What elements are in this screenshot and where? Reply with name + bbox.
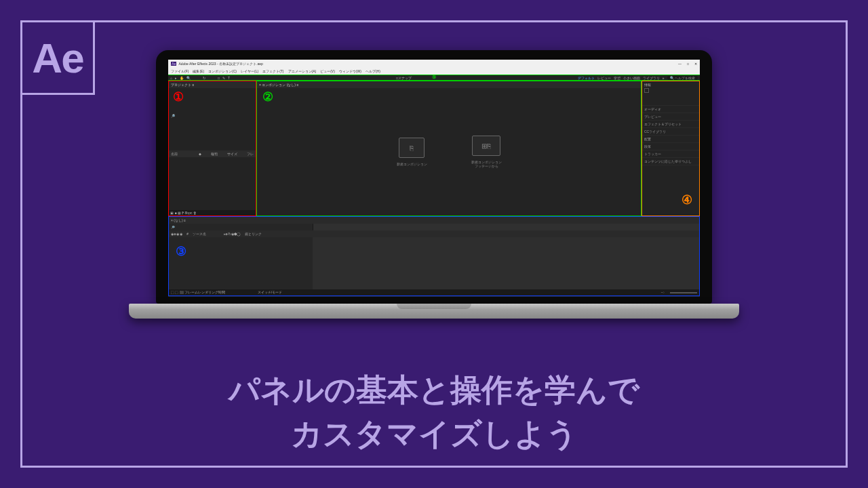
callout-4: ④ <box>682 192 692 207</box>
type-tool-icon[interactable]: T <box>228 76 230 80</box>
col-size[interactable]: サイズ <box>227 152 237 156</box>
timeline-footer-mode[interactable]: スイッチ/モード <box>258 291 282 294</box>
composition-panel[interactable]: × コンポジション (なし) ≡ ② ⎘ 新規コンポジション ⊞⎘ 新規コンポジ… <box>256 81 642 216</box>
layer-switches-icons[interactable]: ◉◈◉ ◉ <box>171 232 182 236</box>
menu-effect[interactable]: エフェクト(T) <box>262 69 283 73</box>
rect-tool-icon[interactable]: □ <box>218 76 220 80</box>
main-panels-row: プロジェクト ≡ ① 🔎 名前 ◆ 種類 サイズ フレ ▣ ■ ▦ ⁋ 8bpc… <box>168 81 700 216</box>
timeline-track-area[interactable] <box>313 237 699 289</box>
timeline-footer: ⬚ ⬚ ⬛ フレームレンダリング時間 スイッチ/モード −○ <box>169 289 699 296</box>
col-source[interactable]: ソース名 <box>193 232 206 236</box>
timeline-body: ③ <box>169 237 699 289</box>
panel-tracker[interactable]: トラッカー <box>642 150 699 158</box>
callout-2: ② <box>262 89 273 104</box>
timeline-footer-left[interactable]: ⬚ ⬚ ⬛ フレームレンダリング時間 <box>171 291 225 294</box>
timeline-column-header: ◉◈◉ ◉ # ソース名 ♦◈\↻◉⬢◯ 親とリンク <box>169 230 699 237</box>
pen-tool-icon[interactable]: ✎ <box>222 76 225 80</box>
tools-toolbar: ⑤ ⌂ ▸ ✋ 🔍 ↻ □ ✎ T □スナップ デフォルト レビュー 学習 小さ… <box>168 75 700 81</box>
menu-file[interactable]: ファイル(F) <box>171 69 189 73</box>
slide-title: パネルの基本と操作を学んで カスタマイズしよう <box>229 368 639 455</box>
menu-layer[interactable]: レイヤー(L) <box>241 69 258 73</box>
window-titlebar[interactable]: Ae Adobe After Effects 2023 - 名称未設定プロジェク… <box>168 60 700 68</box>
project-panel-tab[interactable]: プロジェクト ≡ <box>169 81 256 88</box>
composition-panel-tab[interactable]: × コンポジション (なし) ≡ <box>257 81 641 88</box>
home-icon[interactable]: ⌂ <box>170 76 172 80</box>
close-icon[interactable]: ✕ <box>694 62 697 66</box>
col-name[interactable]: 名前 <box>171 152 178 156</box>
project-footer-icons[interactable]: ▣ ■ ▦ ⁋ 8bpc 🗑 <box>169 210 256 216</box>
col-switches[interactable]: ♦◈\↻◉⬢◯ <box>224 232 241 236</box>
new-comp-footage-icon: ⊞⎘ <box>472 136 500 156</box>
menu-edit[interactable]: 編集(E) <box>193 69 204 73</box>
timeline-zoom-out-icon[interactable]: −○ <box>661 291 665 294</box>
help-search-input[interactable]: 🔍 ヘルプを検索 <box>667 76 698 80</box>
title-line-2: カスタマイズしよう <box>229 412 639 455</box>
panel-effects-presets[interactable]: エフェクト＆プリセット <box>642 121 699 128</box>
panel-paragraph[interactable]: 段落 <box>642 143 699 150</box>
menu-help[interactable]: ヘルプ(H) <box>366 69 380 73</box>
ae-logo-box: Ae <box>20 20 95 95</box>
new-composition-button[interactable]: ⎘ 新規コンポジション <box>384 138 439 166</box>
workspace-small[interactable]: 小さい画面 <box>623 76 640 80</box>
zoom-tool-icon[interactable]: 🔍 <box>186 76 191 80</box>
col-idx[interactable]: # <box>186 232 189 236</box>
title-line-1: パネルの基本と操作を学んで <box>229 368 639 411</box>
menu-view[interactable]: ビュー(V) <box>320 69 335 73</box>
window-title: Adobe After Effects 2023 - 名称未設定プロジェクト.a… <box>178 62 262 66</box>
hand-tool-icon[interactable]: ✋ <box>180 76 184 80</box>
timeline-panel-tab[interactable]: × (なし) ≡ <box>169 217 699 224</box>
project-columns-header: 名前 ◆ 種類 サイズ フレ <box>169 150 256 157</box>
workspace-default[interactable]: デフォルト <box>578 76 595 80</box>
workspace-review[interactable]: レビュー <box>597 76 611 80</box>
menu-animation[interactable]: アニメーション(A) <box>288 69 317 73</box>
col-type-icon[interactable]: ◆ <box>199 152 201 156</box>
snap-checkbox[interactable]: □スナップ <box>396 76 412 80</box>
rotate-tool-icon[interactable]: ↻ <box>203 76 205 80</box>
project-search-icon[interactable]: 🔎 <box>171 114 175 118</box>
laptop-bezel: Ae Adobe After Effects 2023 - 名称未設定プロジェク… <box>156 50 712 304</box>
laptop-mockup: Ae Adobe After Effects 2023 - 名称未設定プロジェク… <box>156 50 712 319</box>
composition-viewer: ⎘ 新規コンポジション ⊞⎘ 新規コンポジション フッテージから <box>257 88 641 216</box>
info-panel-label: 情報 <box>644 83 651 87</box>
callout-1: ① <box>173 89 184 104</box>
menu-bar: ファイル(F) 編集(E) コンポジション(C) レイヤー(L) エフェクト(T… <box>168 68 700 75</box>
right-side-panels: 情報 オーディオ プレビュー エフェクト＆プリセット CCライブラリ 配置 段落… <box>642 81 700 216</box>
info-panel[interactable]: 情報 <box>642 81 699 106</box>
timeline-ruler[interactable] <box>313 224 699 230</box>
laptop-base <box>129 304 739 319</box>
info-color-swatch <box>644 88 649 93</box>
minimize-icon[interactable]: — <box>678 62 682 66</box>
timeline-ruler-row: 🔎 <box>169 224 699 230</box>
callout-5: ⑤ <box>432 75 436 80</box>
side-panel-list: オーディオ プレビュー エフェクト＆プリセット CCライブラリ 配置 段落 トラ… <box>642 106 699 165</box>
timecode-search-icon[interactable]: 🔎 <box>171 226 175 229</box>
menu-composition[interactable]: コンポジション(C) <box>208 69 237 73</box>
timeline-zoom-slider[interactable] <box>670 292 697 293</box>
selection-tool-icon[interactable]: ▸ <box>175 76 177 80</box>
app-icon: Ae <box>171 62 176 66</box>
ae-logo-text: Ae <box>32 34 83 82</box>
panel-audio[interactable]: オーディオ <box>642 106 699 113</box>
new-comp-icon: ⎘ <box>399 138 425 158</box>
timeline-panel[interactable]: × (なし) ≡ 🔎 ◉◈◉ ◉ # ソース名 ♦◈\↻◉⬢◯ 親とリンク <box>168 216 700 296</box>
col-parent[interactable]: 親とリンク <box>245 232 262 236</box>
col-fr[interactable]: フレ <box>247 152 254 156</box>
new-comp-from-footage-button[interactable]: ⊞⎘ 新規コンポジション フッテージから <box>459 136 513 168</box>
timeline-layer-list[interactable]: ③ <box>169 237 313 289</box>
ae-app-window: Ae Adobe After Effects 2023 - 名称未設定プロジェク… <box>168 60 700 297</box>
new-comp-label: 新規コンポジション <box>384 162 439 166</box>
panel-cc-library[interactable]: CCライブラリ <box>642 128 699 136</box>
timeline-timecode-area[interactable]: 🔎 <box>169 224 313 230</box>
col-type[interactable]: 種類 <box>211 152 218 156</box>
menu-window[interactable]: ウィンドウ(W) <box>339 69 361 73</box>
project-panel[interactable]: プロジェクト ≡ ① 🔎 名前 ◆ 種類 サイズ フレ ▣ ■ ▦ ⁋ 8bpc… <box>168 81 256 216</box>
panel-align[interactable]: 配置 <box>642 136 699 143</box>
workspace-library[interactable]: ライブラリ <box>643 76 660 80</box>
maximize-icon[interactable]: □ <box>687 62 689 66</box>
workspace-learn[interactable]: 学習 <box>614 76 620 80</box>
panel-content-aware-fill[interactable]: コンテンツに応じた塗りつぶし <box>642 158 699 165</box>
new-comp-footage-label: 新規コンポジション フッテージから <box>459 160 513 168</box>
panel-preview[interactable]: プレビュー <box>642 113 699 121</box>
workspace-more-icon[interactable]: » <box>663 76 665 80</box>
callout-3: ③ <box>176 244 186 259</box>
